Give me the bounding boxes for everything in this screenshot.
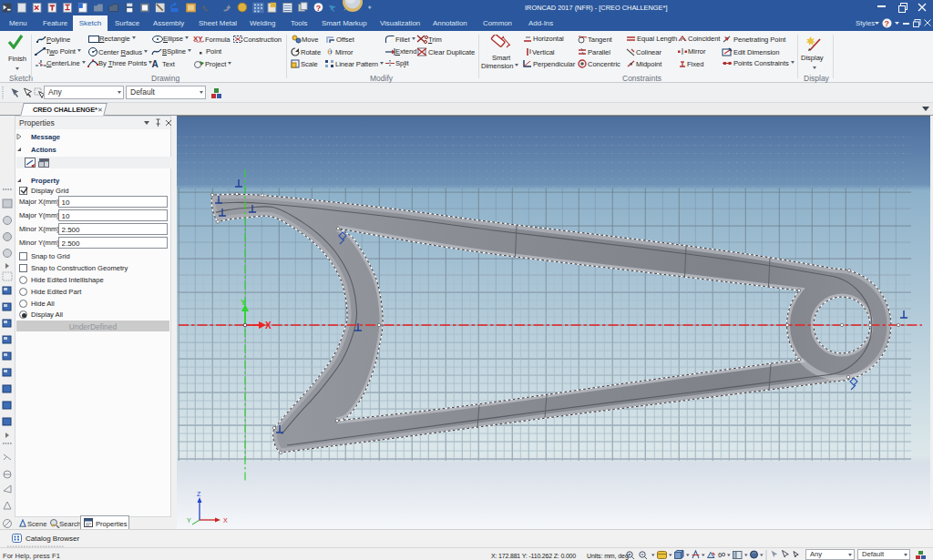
- svg-text:?: ?: [885, 19, 890, 28]
- svg-text:X: X: [265, 321, 272, 331]
- svg-text:Y: Y: [241, 298, 246, 307]
- svg-text:?: ?: [316, 4, 321, 13]
- svg-text:Y: Y: [187, 517, 191, 524]
- svg-text:6: 6: [718, 551, 722, 559]
- svg-text:Z: Z: [197, 491, 201, 497]
- svg-text:A: A: [152, 59, 159, 68]
- svg-text:X: X: [223, 517, 228, 524]
